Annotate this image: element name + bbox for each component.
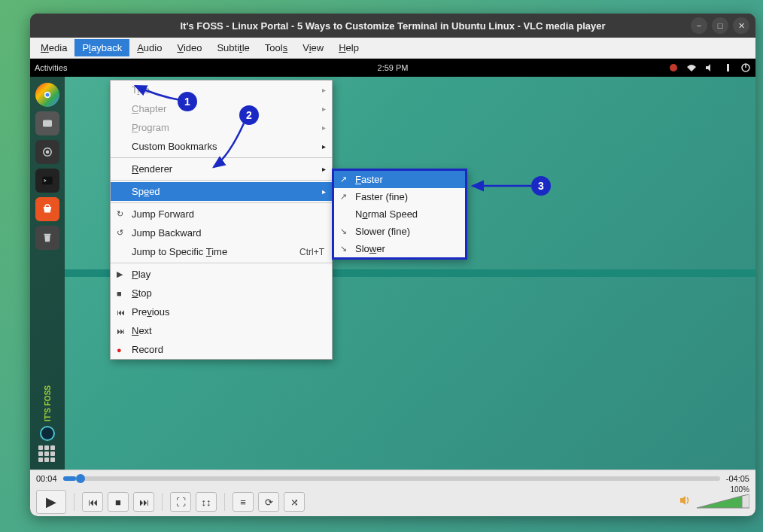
seek-bar[interactable] [63, 476, 720, 481]
dock-trash-icon[interactable] [35, 226, 59, 250]
close-button[interactable]: ✕ [733, 17, 749, 34]
menu-playback[interactable]: Playback [74, 39, 129, 56]
menu-help[interactable]: Help [331, 39, 366, 56]
stop-button[interactable]: ■ [108, 492, 129, 512]
window-controls: − □ ✕ [691, 17, 749, 34]
menubar: Media Playback Audio Video Subtitle Tool… [30, 38, 755, 59]
show-apps-icon[interactable] [38, 445, 56, 464]
callout-2: 2 [239, 105, 259, 125]
seek-thumb[interactable] [76, 474, 85, 483]
volume-icon[interactable] [704, 62, 715, 73]
volume-slider[interactable]: 100% [697, 494, 749, 509]
dd-jump-forward[interactable]: ↻Jump Forward [111, 205, 332, 223]
speed-submenu: ↗Faster ↗Faster (fine) Normal Speed ↘Slo… [332, 169, 467, 260]
arrow-2 [161, 119, 251, 179]
sub-slower-fine[interactable]: ↘Slower (fine) [334, 223, 465, 240]
time-elapsed: 00:04 [36, 474, 57, 483]
svg-rect-1 [727, 64, 729, 71]
fullscreen-button[interactable]: ⛶ [170, 492, 191, 512]
seek-progress [63, 476, 76, 481]
prev-button[interactable]: ⏮ [82, 492, 103, 512]
menu-video[interactable]: Video [169, 39, 209, 56]
arrow-3 [467, 179, 534, 194]
titlebar: It's FOSS - Linux Portal - 5 Ways to Cus… [30, 14, 755, 38]
dd-previous[interactable]: ⏮Previous [111, 302, 332, 321]
play-button[interactable]: ▶ [36, 490, 66, 514]
dock-chrome-icon[interactable] [35, 83, 59, 107]
dock-software-icon[interactable] [35, 197, 59, 221]
dd-stop[interactable]: ■Stop [111, 284, 332, 302]
playlist-button[interactable]: ≡ [233, 492, 254, 512]
separator [224, 493, 225, 511]
dd-jump-backward[interactable]: ↺Jump Backward [111, 223, 332, 242]
separator [111, 263, 332, 263]
dock-terminal-icon[interactable] [35, 169, 59, 193]
callout-3: 3 [531, 176, 551, 196]
separator [111, 202, 332, 203]
shuffle-button[interactable]: ⤨ [284, 492, 305, 512]
time-remaining: -04:05 [726, 474, 749, 483]
dd-speed[interactable]: Speed▸ [111, 182, 332, 201]
dd-play[interactable]: ▶Play [111, 265, 332, 284]
volume-percent: 100% [730, 485, 749, 494]
foss-logo-icon [40, 426, 55, 441]
svg-rect-6 [43, 120, 52, 127]
recording-icon[interactable] [668, 62, 679, 73]
svg-point-8 [46, 150, 50, 154]
activities-label[interactable]: Activities [35, 63, 67, 72]
sub-slower[interactable]: ↘Slower [334, 240, 465, 257]
separator [162, 493, 163, 511]
speaker-icon[interactable] [679, 494, 692, 510]
bottom-bar: 00:04 -04:05 ▶ ⏮ ■ ⏭ ⛶ ↕↕ ≡ ⟳ ⤨ 100% [30, 470, 755, 516]
dock-files-icon[interactable] [35, 111, 59, 135]
foss-label: IT'S FOSS [44, 385, 52, 421]
next-button[interactable]: ⏭ [133, 492, 154, 512]
power-icon[interactable] [740, 62, 751, 73]
vlc-window: It's FOSS - Linux Portal - 5 Ways to Cus… [30, 14, 755, 516]
ext-settings-button[interactable]: ↕↕ [196, 492, 217, 512]
svg-rect-10 [44, 234, 51, 236]
menu-subtitle[interactable]: Subtitle [209, 39, 257, 56]
topbar-indicators [668, 62, 751, 73]
svg-point-0 [670, 64, 677, 71]
window-title: It's FOSS - Linux Portal - 5 Ways to Cus… [180, 20, 605, 32]
battery-icon[interactable] [722, 62, 733, 73]
volume-area: 100% [679, 494, 749, 510]
time-row: 00:04 -04:05 [30, 470, 755, 487]
dd-jump-time[interactable]: Jump to Specific TimeCtrl+T [111, 242, 332, 261]
menu-tools[interactable]: Tools [257, 39, 295, 56]
menu-view[interactable]: View [295, 39, 331, 56]
separator [111, 180, 332, 181]
gnome-topbar: Activities 2:59 PM [30, 59, 755, 77]
sub-faster-fine[interactable]: ↗Faster (fine) [334, 188, 465, 205]
dd-record[interactable]: ●Record [111, 340, 332, 359]
sub-normal[interactable]: Normal Speed [334, 205, 465, 223]
wifi-icon[interactable] [686, 62, 697, 73]
svg-rect-9 [42, 177, 53, 185]
menu-audio[interactable]: Audio [129, 39, 169, 56]
callout-1: 1 [178, 92, 197, 111]
svg-point-5 [46, 93, 50, 97]
dock: IT'S FOSS [30, 77, 65, 470]
sub-faster[interactable]: ↗Faster [334, 171, 465, 188]
separator [74, 493, 74, 511]
maximize-button[interactable]: □ [712, 17, 728, 34]
dock-settings-icon[interactable] [35, 140, 59, 164]
loop-button[interactable]: ⟳ [258, 492, 279, 512]
minimize-button[interactable]: − [691, 17, 707, 34]
controls-row: ▶ ⏮ ■ ⏭ ⛶ ↕↕ ≡ ⟳ ⤨ 100% [30, 487, 755, 516]
menu-media[interactable]: Media [33, 39, 74, 56]
clock[interactable]: 2:59 PM [378, 63, 409, 72]
dd-next[interactable]: ⏭Next [111, 321, 332, 340]
